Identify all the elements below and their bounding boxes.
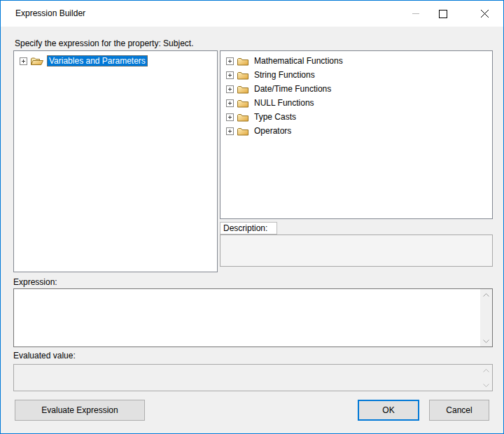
folder-closed-icon [237, 127, 248, 136]
expand-plus-icon[interactable] [20, 57, 27, 65]
folder-closed-icon [237, 57, 248, 66]
title-bar[interactable]: Expression Builder [1, 1, 503, 27]
expand-plus-icon[interactable] [226, 85, 234, 93]
expand-plus-icon[interactable] [226, 113, 234, 121]
variables-tree-panel[interactable]: Variables and Parameters [13, 50, 218, 272]
evaluated-value-box [13, 364, 493, 391]
expand-plus-icon[interactable] [226, 127, 234, 135]
evaluated-value-label: Evaluated value: [13, 351, 76, 360]
functions-tree-panel[interactable]: Mathematical Functions String Functions … [220, 50, 493, 219]
tree-item-type-casts[interactable]: Type Casts [226, 110, 492, 124]
expression-label: Expression: [13, 277, 57, 287]
tree-item-label[interactable]: Mathematical Functions [252, 55, 345, 66]
chevron-up-icon [483, 293, 489, 297]
expand-plus-icon[interactable] [226, 71, 234, 79]
expand-plus-icon[interactable] [226, 57, 234, 65]
tree-item-operators[interactable]: Operators [226, 124, 492, 138]
scroll-down-button[interactable] [480, 335, 492, 346]
expression-scrollbar[interactable] [480, 289, 492, 346]
cancel-button[interactable]: Cancel [429, 400, 489, 421]
tree-item-mathematical-functions[interactable]: Mathematical Functions [226, 54, 492, 68]
expression-builder-dialog: Expression Builder Specify the expressio… [0, 0, 504, 434]
scroll-down-button [480, 379, 492, 391]
description-box [220, 234, 493, 267]
folder-closed-icon [237, 113, 248, 122]
folder-closed-icon [237, 85, 248, 94]
chevron-down-icon [483, 384, 489, 387]
tree-item-variables-and-parameters[interactable]: Variables and Parameters [20, 54, 217, 68]
folder-closed-icon [237, 71, 248, 80]
tree-item-datetime-functions[interactable]: Date/Time Functions [226, 82, 492, 96]
tree-item-null-functions[interactable]: NULL Functions [226, 96, 492, 110]
tree-item-label[interactable]: NULL Functions [252, 97, 316, 108]
instruction-label: Specify the expression for the property:… [15, 38, 193, 48]
close-icon [480, 9, 489, 18]
chevron-up-icon [483, 369, 489, 372]
expression-input[interactable] [13, 288, 493, 347]
expression-value[interactable] [16, 290, 478, 345]
ok-button[interactable]: OK [358, 400, 419, 421]
scroll-up-button[interactable] [480, 289, 492, 300]
tree-item-label[interactable]: Operators [252, 125, 293, 136]
maximize-icon [439, 10, 447, 18]
window-title: Expression Builder [15, 8, 85, 18]
evaluated-value-text [16, 366, 478, 389]
chevron-down-icon [483, 340, 489, 343]
close-button[interactable] [465, 1, 504, 27]
tree-item-label[interactable]: Date/Time Functions [252, 83, 333, 94]
folder-closed-icon [237, 99, 248, 108]
tree-item-label[interactable]: Variables and Parameters [47, 55, 148, 66]
tree-item-label[interactable]: String Functions [252, 69, 317, 80]
maximize-button[interactable] [427, 1, 458, 27]
evaluate-expression-button[interactable]: Evaluate Expression [15, 400, 145, 421]
tree-item-label[interactable]: Type Casts [252, 111, 298, 122]
minimize-icon [412, 13, 419, 14]
evaluated-scrollbar [480, 365, 492, 391]
folder-open-icon [31, 57, 43, 66]
expand-plus-icon[interactable] [226, 99, 234, 107]
tree-item-string-functions[interactable]: String Functions [226, 68, 492, 82]
description-label: Description: [220, 222, 277, 234]
description-value [223, 237, 478, 265]
scroll-up-button [480, 365, 492, 376]
